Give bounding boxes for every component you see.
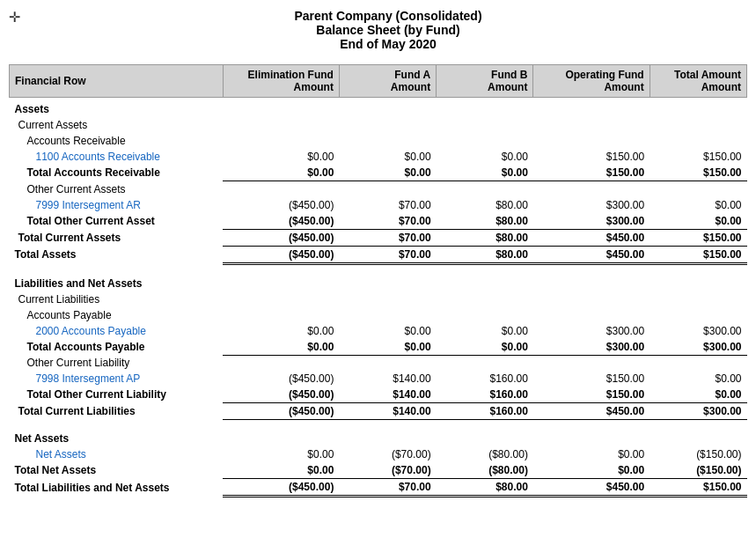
current-liabilities-label: Current Liabilities (10, 291, 224, 307)
accounts-payable-header: Accounts Payable (10, 307, 747, 323)
1100-ar-elim: $0.00 (223, 149, 339, 165)
col-fund-b: Fund BAmount (437, 65, 533, 98)
total-ca-elim: ($450.00) (223, 229, 339, 246)
total-cl-label: Total Current Liabilities (10, 403, 224, 420)
current-assets-label: Current Assets (10, 117, 224, 133)
net-assets-fundb: ($80.00) (437, 446, 533, 462)
total-ocl-opfund: $150.00 (533, 387, 650, 403)
total-cl-fundb: $160.00 (437, 403, 533, 420)
column-header-row: Financial Row Elimination FundAmount Fun… (10, 65, 747, 98)
2000-ap-row: 2000 Accounts Payable $0.00 $0.00 $0.00 … (10, 323, 747, 339)
company-name: Parent Company (Consolidated) (29, 9, 747, 23)
balance-sheet-table: Financial Row Elimination FundAmount Fun… (9, 64, 747, 497)
total-assets-label: Total Assets (10, 246, 224, 263)
total-ocl-row: Total Other Current Liability ($450.00) … (10, 387, 747, 403)
current-assets-header: Current Assets (10, 117, 747, 133)
col-fund-a: Fund AAmount (339, 65, 436, 98)
7999-ar-opfund: $300.00 (533, 197, 650, 213)
accounts-receivable-label: Accounts Receivable (10, 133, 224, 149)
col-elimination: Elimination FundAmount (223, 65, 339, 98)
current-liabilities-header: Current Liabilities (10, 291, 747, 307)
2000-ap-elim: $0.00 (223, 323, 339, 339)
total-ar-total: $150.00 (650, 165, 746, 181)
other-current-assets-label: Other Current Assets (10, 181, 224, 197)
total-ocl-total: $0.00 (650, 387, 746, 403)
total-ca-fundb: $80.00 (437, 229, 533, 246)
other-current-liability-label: Other Current Liability (10, 355, 224, 371)
total-oca-elim: ($450.00) (223, 213, 339, 230)
total-ar-row: Total Accounts Receivable $0.00 $0.00 $0… (10, 165, 747, 181)
net-assets-funda: ($70.00) (339, 446, 436, 462)
col-total-amount: Total AmountAmount (650, 65, 746, 98)
net-assets-row: Net Assets $0.00 ($70.00) ($80.00) $0.00… (10, 446, 747, 462)
col-operating-fund: Operating FundAmount (533, 65, 650, 98)
net-assets-elim: $0.00 (223, 446, 339, 462)
total-cl-elim: ($450.00) (223, 403, 339, 420)
total-other-current-asset-row: Total Other Current Asset ($450.00) $70.… (10, 213, 747, 230)
total-na-elim: $0.00 (223, 462, 339, 479)
liabilities-header: Liabilities and Net Assets (10, 272, 747, 291)
1100-ar-row: 1100 Accounts Receivable $0.00 $0.00 $0.… (10, 149, 747, 165)
total-net-assets-label: Total Net Assets (10, 462, 224, 479)
total-lna-elim: ($450.00) (223, 479, 339, 497)
total-oca-funda: $70.00 (339, 213, 436, 230)
7998-ap-total: $0.00 (650, 371, 746, 387)
accounts-payable-label: Accounts Payable (10, 307, 224, 323)
total-cl-total: $300.00 (650, 403, 746, 420)
total-assets-fundb: $80.00 (437, 246, 533, 263)
1100-ar-total: $150.00 (650, 149, 746, 165)
7999-ar-funda: $70.00 (339, 197, 436, 213)
total-ap-funda: $0.00 (339, 339, 436, 356)
total-lna-label: Total Liabilities and Net Assets (10, 479, 224, 497)
total-na-opfund: $0.00 (533, 462, 650, 479)
total-ocl-elim: ($450.00) (223, 387, 339, 403)
total-ap-fundb: $0.00 (437, 339, 533, 356)
7999-ar-total: $0.00 (650, 197, 746, 213)
7999-ar-elim: ($450.00) (223, 197, 339, 213)
total-oca-total: $0.00 (650, 213, 746, 230)
2000-ap-opfund: $300.00 (533, 323, 650, 339)
2000-ap-fundb: $0.00 (437, 323, 533, 339)
total-oca-fundb: $80.00 (437, 213, 533, 230)
total-ar-label: Total Accounts Receivable (10, 165, 224, 181)
total-lna-fundb: $80.00 (437, 479, 533, 497)
total-lna-total: $150.00 (650, 479, 746, 497)
total-ap-elim: $0.00 (223, 339, 339, 356)
7998-ap-label: 7998 Intersegment AP (10, 371, 224, 387)
col-financial-row: Financial Row (10, 65, 224, 98)
total-current-liabilities-row: Total Current Liabilities ($450.00) $140… (10, 403, 747, 420)
other-current-assets-header: Other Current Assets (10, 181, 747, 197)
total-na-funda: ($70.00) (339, 462, 436, 479)
net-assets-item-label: Net Assets (10, 446, 224, 462)
total-ap-opfund: $300.00 (533, 339, 650, 356)
other-current-liability-header: Other Current Liability (10, 355, 747, 371)
total-net-assets-row: Total Net Assets $0.00 ($70.00) ($80.00)… (10, 462, 747, 479)
total-liabilities-net-assets-row: Total Liabilities and Net Assets ($450.0… (10, 479, 747, 497)
7999-ar-fundb: $80.00 (437, 197, 533, 213)
total-current-assets-row: Total Current Assets ($450.00) $70.00 $8… (10, 229, 747, 246)
7998-ap-elim: ($450.00) (223, 371, 339, 387)
total-na-fundb: ($80.00) (437, 462, 533, 479)
net-assets-total: ($150.00) (650, 446, 746, 462)
cursor-icon: ✛ (9, 9, 20, 26)
total-ar-elim: $0.00 (223, 165, 339, 181)
1100-ar-label: 1100 Accounts Receivable (10, 149, 224, 165)
total-ocl-label: Total Other Current Liability (10, 387, 224, 403)
total-lna-funda: $70.00 (339, 479, 436, 497)
total-cl-funda: $140.00 (339, 403, 436, 420)
assets-label: Assets (10, 98, 747, 118)
total-assets-opfund: $450.00 (533, 246, 650, 263)
total-ca-opfund: $450.00 (533, 229, 650, 246)
net-assets-opfund: $0.00 (533, 446, 650, 462)
total-ap-total: $300.00 (650, 339, 746, 356)
report-title: Balance Sheet (by Fund) (29, 23, 747, 37)
liabilities-label: Liabilities and Net Assets (10, 272, 747, 291)
total-ar-funda: $0.00 (339, 165, 436, 181)
total-other-current-asset-label: Total Other Current Asset (10, 213, 224, 230)
total-current-assets-label: Total Current Assets (10, 229, 224, 246)
1100-ar-fundb: $0.00 (437, 149, 533, 165)
accounts-receivable-header: Accounts Receivable (10, 133, 747, 149)
1100-ar-funda: $0.00 (339, 149, 436, 165)
total-na-total: ($150.00) (650, 462, 746, 479)
7998-ap-row: 7998 Intersegment AP ($450.00) $140.00 $… (10, 371, 747, 387)
